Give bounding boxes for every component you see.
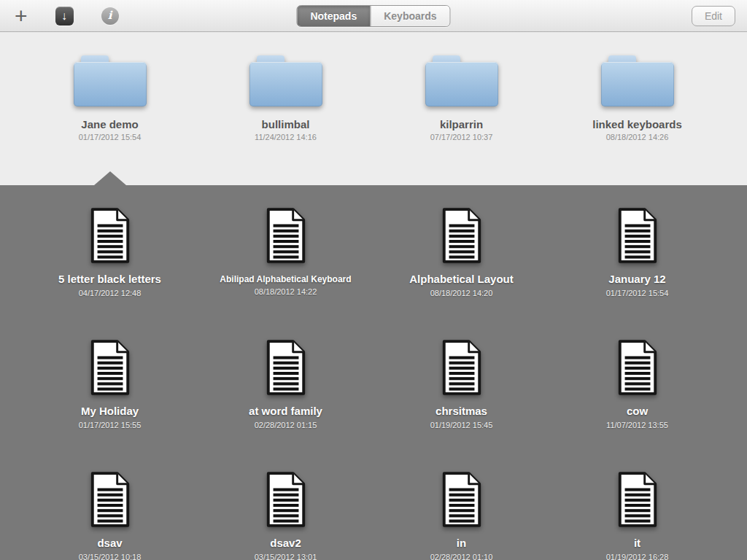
toolbar-right-group: Edit xyxy=(692,6,747,26)
folder-date: 08/18/2012 14:26 xyxy=(606,133,669,141)
document-date: 01/17/2012 15:54 xyxy=(606,289,669,298)
document-date: 08/18/2012 14:22 xyxy=(255,287,317,296)
document-icon xyxy=(439,207,484,264)
document-name: My Holiday xyxy=(81,405,139,418)
folder-icon xyxy=(601,55,674,106)
document-item[interactable]: in02/28/2012 01:10 xyxy=(374,471,549,560)
document-date: 04/17/2012 12:48 xyxy=(79,289,142,298)
document-name: Alphabetical Layout xyxy=(409,273,514,286)
document-date: 08/18/2012 14:20 xyxy=(430,289,493,298)
folder-item[interactable]: kilparrin07/17/2012 10:37 xyxy=(374,55,549,185)
document-date: 03/15/2012 10:18 xyxy=(79,553,142,560)
document-icon xyxy=(615,471,660,528)
folder-date: 01/17/2012 15:54 xyxy=(79,133,142,141)
document-item[interactable]: chrsitmas01/19/2012 15:45 xyxy=(374,339,549,429)
tab-keyboards[interactable]: Keyboards xyxy=(370,6,449,26)
document-item[interactable]: at word family02/28/2012 01:15 xyxy=(198,339,374,429)
document-icon xyxy=(615,207,660,264)
document-date: 03/15/2012 13:01 xyxy=(255,553,317,560)
document-name: Abilipad Alphabetical Keyboard xyxy=(220,274,351,284)
folder-item[interactable]: Jane demo01/17/2012 15:54 xyxy=(22,55,198,185)
document-name: it xyxy=(634,537,640,550)
abilipad-library: + ↓ i NotepadsKeyboards Edit Jane demo01… xyxy=(0,0,747,560)
folder-name: Jane demo xyxy=(81,118,138,131)
document-icon xyxy=(263,471,309,528)
folder-item[interactable]: linked keyboards08/18/2012 14:26 xyxy=(549,55,725,185)
folder-name: kilparrin xyxy=(440,118,483,131)
document-name: cow xyxy=(627,405,648,418)
document-item[interactable]: cow11/07/2012 13:55 xyxy=(549,339,725,429)
document-date: 01/17/2012 15:55 xyxy=(79,421,142,429)
document-name: dsav xyxy=(97,537,122,550)
document-item[interactable]: Alphabetical Layout08/18/2012 14:20 xyxy=(374,207,549,298)
folder-item[interactable]: bullimbal11/24/2012 14:16 xyxy=(198,55,374,185)
document-name: 5 letter black letters xyxy=(58,273,161,286)
document-item[interactable]: Abilipad Alphabetical Keyboard08/18/2012… xyxy=(198,207,374,298)
folder-list: Jane demo01/17/2012 15:54bullimbal11/24/… xyxy=(0,32,747,185)
folder-contents-panel: 5 letter black letters04/17/2012 12:48 A… xyxy=(0,185,747,560)
document-date: 02/28/2012 01:15 xyxy=(255,421,317,429)
document-grid: 5 letter black letters04/17/2012 12:48 A… xyxy=(0,185,747,560)
document-item[interactable]: My Holiday01/17/2012 15:55 xyxy=(22,339,198,429)
import-button[interactable]: ↓ xyxy=(55,7,74,26)
document-icon xyxy=(263,207,309,264)
document-item[interactable]: 5 letter black letters04/17/2012 12:48 xyxy=(22,207,198,298)
view-segmented-control: NotepadsKeyboards xyxy=(296,5,450,27)
add-button[interactable]: + xyxy=(15,5,28,27)
document-icon xyxy=(439,339,484,396)
document-icon xyxy=(263,339,309,396)
document-name: chrsitmas xyxy=(436,405,487,418)
document-icon xyxy=(439,471,484,528)
document-name: at word family xyxy=(249,405,322,418)
edit-button[interactable]: Edit xyxy=(692,6,735,26)
document-item[interactable]: January 1201/17/2012 15:54 xyxy=(549,207,725,298)
document-date: 02/28/2012 01:10 xyxy=(430,553,493,560)
info-button[interactable]: i xyxy=(101,7,119,25)
document-icon xyxy=(88,339,133,396)
folder-date: 07/17/2012 10:37 xyxy=(430,133,493,141)
document-name: January 12 xyxy=(608,273,665,286)
folder-icon xyxy=(249,55,322,106)
document-name: in xyxy=(457,537,466,550)
document-date: 01/19/2012 15:45 xyxy=(430,421,493,429)
selected-folder-pointer xyxy=(94,171,126,185)
tab-notepads[interactable]: Notepads xyxy=(297,6,370,26)
toolbar-left-group: + ↓ i xyxy=(0,5,119,27)
document-icon xyxy=(88,471,133,528)
folder-icon xyxy=(425,55,498,106)
document-date: 11/07/2012 13:55 xyxy=(606,421,668,429)
document-date: 01/19/2012 16:28 xyxy=(606,553,669,560)
info-icon: i xyxy=(108,10,112,21)
download-icon: ↓ xyxy=(61,10,67,22)
document-icon xyxy=(615,339,660,396)
document-item[interactable]: dsav03/15/2012 10:18 xyxy=(22,471,198,560)
folder-icon xyxy=(74,55,147,106)
document-item[interactable]: it01/19/2012 16:28 xyxy=(549,471,725,560)
document-icon xyxy=(88,207,133,264)
folder-name: bullimbal xyxy=(262,118,310,131)
toolbar: + ↓ i NotepadsKeyboards Edit xyxy=(0,0,747,32)
document-name: dsav2 xyxy=(270,537,301,550)
document-item[interactable]: dsav203/15/2012 13:01 xyxy=(198,471,374,560)
folder-name: linked keyboards xyxy=(592,118,682,131)
folder-date: 11/24/2012 14:16 xyxy=(255,133,317,141)
plus-icon: + xyxy=(15,5,28,27)
